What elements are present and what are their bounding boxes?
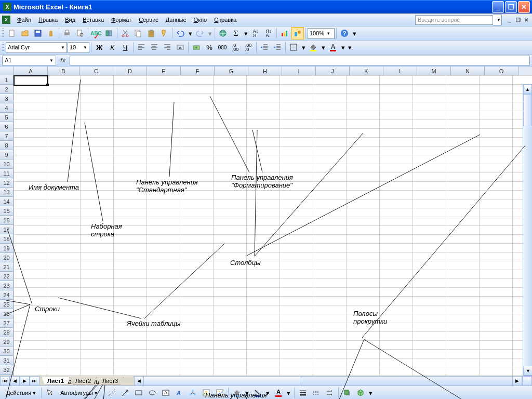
bold-button[interactable]: Ж (93, 41, 105, 54)
font-size-combo[interactable]: 10▼ (68, 42, 89, 53)
row-header[interactable]: 4 (0, 103, 14, 113)
font-color-icon[interactable]: A (327, 41, 339, 54)
cells-area[interactable] (14, 75, 532, 376)
row-header[interactable]: 10 (0, 159, 14, 169)
line-icon[interactable] (105, 387, 118, 399)
help-search-input[interactable]: Введите вопрос (415, 15, 493, 25)
column-header[interactable]: D (113, 66, 147, 76)
column-header[interactable]: N (451, 66, 485, 76)
menu-данные[interactable]: Данные (162, 16, 190, 24)
menu-сервис[interactable]: Сервис (135, 16, 162, 24)
decrease-decimal-icon[interactable]: ,00,0 (242, 41, 255, 54)
fill-color-icon[interactable] (307, 41, 320, 54)
row-header[interactable]: 1 (0, 75, 14, 85)
research-icon[interactable] (103, 27, 115, 39)
align-right-icon[interactable] (161, 41, 174, 54)
chart-wizard-icon[interactable] (278, 27, 291, 39)
row-header[interactable]: 16 (0, 216, 14, 225)
cut-icon[interactable] (119, 27, 131, 39)
tab-last-icon[interactable]: ⏭ (30, 376, 39, 386)
menu-вставка[interactable]: Вставка (79, 16, 108, 24)
autosum-dd-icon[interactable]: ▾ (243, 27, 249, 39)
tab-next-icon[interactable]: ▶ (20, 376, 30, 386)
toolbar-options-icon[interactable]: ▾ (368, 387, 374, 399)
fill-color-draw-icon[interactable] (231, 387, 243, 399)
tab-first-icon[interactable]: ⏮ (0, 376, 10, 386)
active-cell[interactable] (14, 75, 48, 86)
row-header[interactable]: 32 (0, 365, 14, 375)
horizontal-scrollbar[interactable]: ◀ ▶ (134, 376, 522, 386)
row-header[interactable]: 33 (0, 375, 14, 376)
arrow-style-icon[interactable] (324, 387, 336, 399)
currency-icon[interactable] (190, 41, 203, 54)
row-header[interactable]: 26 (0, 309, 14, 318)
borders-icon[interactable] (287, 41, 300, 54)
row-header[interactable]: 24 (0, 290, 14, 300)
sheet-tab[interactable]: Лист2 (70, 377, 97, 385)
column-header[interactable]: F (181, 66, 215, 76)
row-header[interactable]: 6 (0, 122, 14, 131)
row-header[interactable]: 18 (0, 234, 14, 244)
mdi-close-button[interactable]: ✕ (523, 16, 530, 23)
row-header[interactable]: 20 (0, 253, 14, 262)
column-header[interactable]: G (215, 66, 248, 76)
row-header[interactable]: 9 (0, 150, 14, 159)
borders-dd-icon[interactable]: ▾ (300, 41, 307, 54)
percent-icon[interactable]: % (203, 41, 216, 54)
merge-center-icon[interactable]: a (174, 41, 187, 54)
arrow-icon[interactable] (119, 387, 131, 399)
print-icon[interactable] (61, 27, 73, 39)
column-header[interactable]: O (485, 66, 518, 76)
autoshapes-menu[interactable]: Автофигуры ▾ (57, 389, 101, 397)
row-header[interactable]: 12 (0, 178, 14, 188)
copy-icon[interactable] (132, 27, 144, 39)
3d-icon[interactable] (354, 387, 367, 399)
fill-color-dd-icon[interactable]: ▾ (320, 41, 326, 54)
diagram-icon[interactable] (187, 387, 199, 399)
undo-icon[interactable] (174, 27, 187, 39)
select-all-corner[interactable] (0, 66, 14, 76)
help-search-dd[interactable]: ▼ (493, 15, 502, 25)
row-header[interactable]: 7 (0, 131, 14, 141)
sort-desc-icon[interactable]: Я↓А (262, 27, 275, 39)
formula-input[interactable] (70, 56, 530, 65)
font-name-combo[interactable]: Arial Cyr▼ (6, 42, 67, 53)
row-header[interactable]: 17 (0, 225, 14, 234)
decrease-indent-icon[interactable] (258, 41, 271, 54)
align-center-icon[interactable] (148, 41, 161, 54)
sort-asc-icon[interactable]: А↓Я (249, 27, 262, 39)
column-header[interactable]: K (350, 66, 383, 76)
underline-button[interactable]: Ч (119, 41, 131, 54)
scroll-down-icon[interactable]: ▼ (523, 366, 532, 376)
row-header[interactable]: 8 (0, 141, 14, 150)
increase-decimal-icon[interactable]: ,0,00 (229, 41, 242, 54)
sheet-tab[interactable]: Лист3 (97, 377, 124, 385)
scroll-up-icon[interactable]: ▲ (523, 84, 532, 94)
new-icon[interactable] (6, 27, 18, 39)
toolbar-options-icon[interactable]: ▾ (351, 27, 357, 39)
wordart-icon[interactable]: A (173, 387, 185, 399)
fill-color-draw-dd[interactable]: ▾ (244, 387, 250, 399)
format-painter-icon[interactable] (158, 27, 170, 39)
help-icon[interactable]: ? (338, 27, 351, 39)
vertical-scrollbar[interactable]: ▲ ▼ (523, 84, 532, 376)
menu-файл[interactable]: Файл (14, 16, 35, 24)
column-header[interactable]: J (316, 66, 350, 76)
oval-icon[interactable] (146, 387, 158, 399)
column-header[interactable]: B (48, 66, 79, 76)
line-color-dd[interactable]: ▾ (265, 387, 271, 399)
undo-dd-icon[interactable]: ▾ (187, 27, 193, 39)
autosum-icon[interactable]: Σ (230, 27, 242, 39)
row-header[interactable]: 15 (0, 206, 14, 216)
column-header[interactable]: C (79, 66, 113, 76)
row-header[interactable]: 27 (0, 318, 14, 328)
permission-icon[interactable] (45, 27, 57, 39)
fx-icon[interactable]: fx (58, 57, 68, 63)
column-header[interactable]: M (417, 66, 451, 76)
print-preview-icon[interactable] (74, 27, 86, 39)
open-icon[interactable] (19, 27, 31, 39)
dash-style-icon[interactable] (310, 387, 323, 399)
insert-picture-icon[interactable] (214, 387, 226, 399)
row-header[interactable]: 29 (0, 337, 14, 347)
menu-правка[interactable]: Правка (35, 16, 61, 24)
